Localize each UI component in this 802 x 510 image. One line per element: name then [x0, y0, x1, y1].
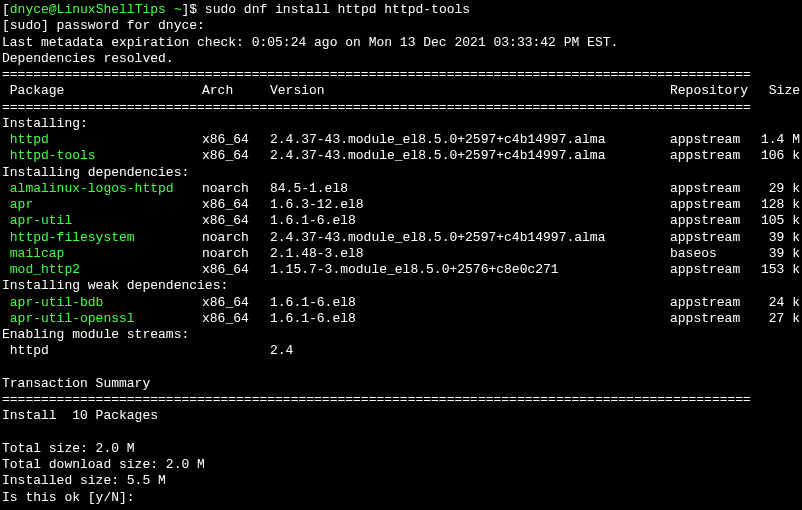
cell-size: 27 k: [760, 311, 800, 327]
blank: [2, 360, 800, 376]
cell-package: httpd: [2, 343, 202, 359]
weak-table: apr-util-bdbx86_641.6.1-6.el8appstream24…: [2, 295, 800, 328]
cell-package: mod_http2: [2, 262, 202, 278]
cell-size: 105 k: [760, 213, 800, 229]
hdr-repo: Repository: [670, 83, 760, 99]
sudo-prompt: [sudo] password for dnyce:: [2, 18, 800, 34]
cell-repo: appstream: [670, 213, 760, 229]
cell-arch: x86_64: [202, 262, 270, 278]
cell-repo: appstream: [670, 132, 760, 148]
cell-repo: appstream: [670, 197, 760, 213]
hdr-arch: Arch: [202, 83, 270, 99]
cell-size: 128 k: [760, 197, 800, 213]
cell-version: 1.6.1-6.el8: [270, 311, 670, 327]
cell-package: apr-util: [2, 213, 202, 229]
cell-arch: noarch: [202, 230, 270, 246]
cell-arch: x86_64: [202, 148, 270, 164]
table-row: httpd-toolsx86_642.4.37-43.module_el8.5.…: [2, 148, 800, 164]
cell-repo: appstream: [670, 262, 760, 278]
deps-resolved: Dependencies resolved.: [2, 51, 800, 67]
cell-size: 39 k: [760, 246, 800, 262]
cell-repo: appstream: [670, 148, 760, 164]
cell-package: apr-util-bdb: [2, 295, 202, 311]
cell-version: 84.5-1.el8: [270, 181, 670, 197]
table-header: Package Arch Version Repository Size: [2, 83, 800, 99]
cell-size: 24 k: [760, 295, 800, 311]
cell-package: httpd-filesystem: [2, 230, 202, 246]
total-size: Total size: 2.0 M: [2, 441, 800, 457]
cell-repo: appstream: [670, 230, 760, 246]
cell-size: 153 k: [760, 262, 800, 278]
table-row: almalinux-logos-httpdnoarch84.5-1.el8app…: [2, 181, 800, 197]
cell-repo: [670, 343, 760, 359]
cell-repo: appstream: [670, 295, 760, 311]
cell-package: httpd-tools: [2, 148, 202, 164]
cell-arch: noarch: [202, 181, 270, 197]
module-table: httpd2.4: [2, 343, 800, 359]
cell-version: 1.6.1-6.el8: [270, 295, 670, 311]
table-row: apr-util-bdbx86_641.6.1-6.el8appstream24…: [2, 295, 800, 311]
metadata-line: Last metadata expiration check: 0:05:24 …: [2, 35, 800, 51]
package-table: Package Arch Version Repository Size: [2, 83, 800, 99]
table-row: aprx86_641.6.3-12.el8appstream128 k: [2, 197, 800, 213]
cell-package: almalinux-logos-httpd: [2, 181, 202, 197]
cell-version: 2.4.37-43.module_el8.5.0+2597+c4b14997.a…: [270, 132, 670, 148]
section-weak: Installing weak dependencies:: [2, 278, 800, 294]
cell-arch: x86_64: [202, 295, 270, 311]
table-row: httpd-filesystemnoarch2.4.37-43.module_e…: [2, 230, 800, 246]
table-row: httpd2.4: [2, 343, 800, 359]
table-row: httpdx86_642.4.37-43.module_el8.5.0+2597…: [2, 132, 800, 148]
cell-size: [760, 343, 800, 359]
hdr-size: Size: [760, 83, 800, 99]
cell-version: 1.15.7-3.module_el8.5.0+2576+c8e0c271: [270, 262, 670, 278]
prompt-line: [dnyce@LinuxShellTips ~]$ sudo dnf insta…: [2, 2, 800, 18]
cell-repo: appstream: [670, 311, 760, 327]
cell-package: apr: [2, 197, 202, 213]
cell-size: 29 k: [760, 181, 800, 197]
hdr-version: Version: [270, 83, 670, 99]
cell-repo: appstream: [670, 181, 760, 197]
install-count: Install 10 Packages: [2, 408, 800, 424]
cell-package: mailcap: [2, 246, 202, 262]
cell-arch: noarch: [202, 246, 270, 262]
deps-table: almalinux-logos-httpdnoarch84.5-1.el8app…: [2, 181, 800, 279]
cell-version: 2.1.48-3.el8: [270, 246, 670, 262]
transaction-summary: Transaction Summary: [2, 376, 800, 392]
installed-size: Installed size: 5.5 M: [2, 473, 800, 489]
cell-version: 1.6.1-6.el8: [270, 213, 670, 229]
cell-arch: x86_64: [202, 213, 270, 229]
section-deps: Installing dependencies:: [2, 165, 800, 181]
cell-size: 1.4 M: [760, 132, 800, 148]
cell-arch: x86_64: [202, 197, 270, 213]
divider-mid: ========================================…: [2, 100, 800, 116]
cell-version: 1.6.3-12.el8: [270, 197, 670, 213]
download-size: Total download size: 2.0 M: [2, 457, 800, 473]
cell-version: 2.4.37-43.module_el8.5.0+2597+c4b14997.a…: [270, 148, 670, 164]
table-row: apr-utilx86_641.6.1-6.el8appstream105 k: [2, 213, 800, 229]
table-row: mailcapnoarch2.1.48-3.el8baseos39 k: [2, 246, 800, 262]
divider-bot: ========================================…: [2, 392, 800, 408]
install-table: httpdx86_642.4.37-43.module_el8.5.0+2597…: [2, 132, 800, 165]
cell-package: apr-util-openssl: [2, 311, 202, 327]
confirm-prompt[interactable]: Is this ok [y/N]:: [2, 490, 800, 506]
cell-arch: x86_64: [202, 311, 270, 327]
section-installing: Installing:: [2, 116, 800, 132]
hdr-package: Package: [2, 83, 202, 99]
cell-size: 106 k: [760, 148, 800, 164]
divider-top: ========================================…: [2, 67, 800, 83]
user-host: dnyce@LinuxShellTips ~: [10, 2, 182, 17]
cell-arch: x86_64: [202, 132, 270, 148]
blank: [2, 425, 800, 441]
cell-arch: [202, 343, 270, 359]
cell-size: 39 k: [760, 230, 800, 246]
table-row: apr-util-opensslx86_641.6.1-6.el8appstre…: [2, 311, 800, 327]
table-row: mod_http2x86_641.15.7-3.module_el8.5.0+2…: [2, 262, 800, 278]
cell-version: 2.4: [270, 343, 670, 359]
cell-package: httpd: [2, 132, 202, 148]
cell-repo: baseos: [670, 246, 760, 262]
cell-version: 2.4.37-43.module_el8.5.0+2597+c4b14997.a…: [270, 230, 670, 246]
section-module: Enabling module streams:: [2, 327, 800, 343]
command-text: sudo dnf install httpd httpd-tools: [205, 2, 470, 17]
